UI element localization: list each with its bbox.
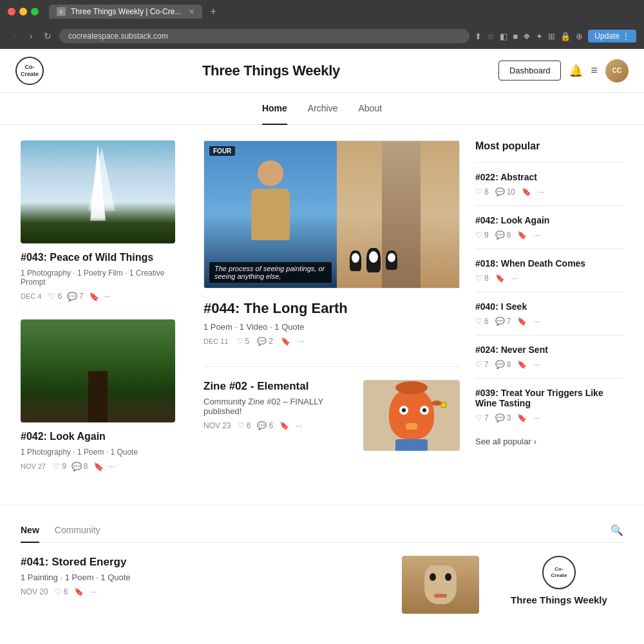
post-2-comment[interactable]: 💬 8 — [71, 462, 88, 471]
search-button[interactable]: 🔍 — [611, 524, 623, 536]
popular-item-2-title[interactable]: #042: Look Again — [475, 215, 623, 225]
nav-about[interactable]: About — [359, 93, 383, 125]
post-2-more[interactable]: ··· — [109, 462, 115, 471]
maximize-window-button[interactable] — [31, 8, 39, 15]
post-2-title[interactable]: #042: Look Again — [21, 430, 188, 444]
featured-comment[interactable]: 💬 2 — [257, 337, 273, 346]
minimize-window-button[interactable] — [19, 8, 27, 15]
featured-more[interactable]: ··· — [298, 337, 305, 346]
tab-close-button[interactable]: ✕ — [189, 8, 194, 16]
extension-icon-1[interactable]: ◧ — [500, 32, 507, 41]
pop-4-bookmark[interactable]: 🔖 — [517, 317, 527, 326]
extension-icon-6[interactable]: 🔒 — [560, 32, 571, 41]
pop-6-comment[interactable]: 💬 3 — [495, 413, 511, 422]
update-button[interactable]: Update ⋮ — [588, 30, 636, 43]
pop-1-more[interactable]: ··· — [538, 187, 544, 196]
popular-item-5-title[interactable]: #024: Never Sent — [475, 345, 623, 355]
bottom-post-subtitle: 1 Painting · 1 Poem · 1 Quote — [21, 573, 386, 582]
pop-6-more[interactable]: ··· — [533, 413, 540, 422]
post-2-image[interactable] — [21, 319, 175, 422]
pop-1-like[interactable]: ♡ 8 — [475, 187, 489, 196]
pop-2-comment[interactable]: 💬 8 — [495, 231, 511, 240]
featured-bookmark[interactable]: 🔖 — [281, 337, 290, 346]
bottom-more[interactable]: ··· — [90, 587, 97, 596]
popular-item-6-title[interactable]: #039: Treat Your Triggers Like Wine Tast… — [475, 388, 623, 408]
extension-icon-4[interactable]: ✦ — [536, 32, 543, 41]
pop-4-more[interactable]: ··· — [533, 317, 540, 326]
post-1-more[interactable]: ··· — [104, 292, 111, 301]
bottom-bookmark[interactable]: 🔖 — [74, 587, 84, 596]
post-1-image[interactable] — [21, 140, 175, 243]
dashboard-button[interactable]: Dashboard — [498, 61, 562, 80]
zine-like[interactable]: ♡ 6 — [238, 421, 251, 430]
pop-2-like[interactable]: ♡ 9 — [475, 231, 489, 240]
forward-button[interactable]: › — [24, 31, 37, 41]
pop-3-bookmark[interactable]: 🔖 — [495, 274, 505, 283]
new-tab-button[interactable]: + — [210, 6, 216, 17]
nav-archive[interactable]: Archive — [308, 93, 338, 125]
see-all-popular-link[interactable]: See all popular › — [475, 437, 623, 446]
post-1-bookmark[interactable]: 🔖 — [89, 292, 99, 301]
popular-item-4-title[interactable]: #040: I Seek — [475, 301, 623, 312]
post-1-title[interactable]: #043: Peace of Wild Things — [21, 251, 188, 265]
featured-image[interactable]: FOUR The process of seeing paintings, or… — [204, 140, 460, 289]
pop-5-comment[interactable]: 💬 8 — [495, 360, 511, 369]
pop-3-like[interactable]: ♡ 8 — [475, 274, 489, 283]
browser-tab[interactable]: S Three Things Weekly | Co-Cre... ✕ — [49, 5, 202, 19]
pop-6-like[interactable]: ♡ 7 — [475, 413, 489, 422]
extension-icon-3[interactable]: ❖ — [523, 32, 531, 41]
post-1-comment[interactable]: 💬 7 — [67, 292, 84, 301]
pop-5-more[interactable]: ··· — [533, 360, 540, 369]
tab-community[interactable]: Community — [55, 518, 100, 543]
bookmark-icon[interactable]: ☆ — [487, 32, 495, 41]
bottom-post-image[interactable] — [402, 556, 479, 614]
tab-new[interactable]: New — [21, 518, 39, 543]
featured-post-title[interactable]: #044: The Long Earth — [204, 300, 460, 317]
extension-icon-5[interactable]: ⊞ — [548, 32, 555, 41]
zine-more[interactable]: ··· — [296, 421, 302, 430]
post-2-like[interactable]: ♡ 9 — [52, 462, 66, 471]
zine-image[interactable] — [363, 380, 460, 451]
pop-1-bookmark[interactable]: 🔖 — [522, 187, 531, 196]
zine-comment[interactable]: 💬 6 — [257, 421, 273, 430]
zine-card: Zine #02 - Elemental Community Zine #02 … — [204, 366, 460, 451]
popular-item-1-title[interactable]: #022: Abstract — [475, 172, 623, 182]
video-channel-label: FOUR — [209, 146, 235, 156]
extension-icon-7[interactable]: ⊕ — [576, 32, 583, 41]
bottom-post-title[interactable]: #041: Stored Energy — [21, 556, 386, 569]
featured-like[interactable]: ♡ 5 — [236, 337, 250, 346]
extension-icon-2[interactable]: ■ — [513, 32, 518, 41]
hamburger-icon[interactable]: ≡ — [591, 64, 598, 77]
close-window-button[interactable] — [8, 8, 15, 15]
post-2-bookmark[interactable]: 🔖 — [93, 462, 104, 471]
popular-item-3-title[interactable]: #018: When Death Comes — [475, 258, 623, 269]
popular-item-3: #018: When Death Comes ♡ 8 🔖 ··· — [475, 249, 623, 292]
pop-4-like[interactable]: ♡ 6 — [475, 317, 489, 326]
pop-6-bookmark[interactable]: 🔖 — [517, 413, 527, 422]
pop-5-like[interactable]: ♡ 7 — [475, 360, 489, 369]
profile-avatar[interactable]: CC — [605, 59, 629, 82]
video-left-panel: FOUR The process of seeing paintings, or… — [204, 141, 337, 288]
back-button[interactable]: ‹ — [8, 31, 21, 41]
zine-title[interactable]: Zine #02 - Elemental — [204, 380, 353, 393]
popular-item-6: #039: Treat Your Triggers Like Wine Tast… — [475, 378, 623, 431]
featured-post-subtitle: 1 Poem · 1 Video · 1 Quote — [204, 322, 460, 332]
bottom-site-logo[interactable]: Co-Create — [542, 556, 576, 589]
toolbar-icons: ⬆ ☆ ◧ ■ ❖ ✦ ⊞ 🔒 ⊕ Update ⋮ — [475, 30, 636, 43]
pop-3-more[interactable]: ··· — [511, 274, 518, 283]
address-bar[interactable]: cocreatespace.substack.com — [59, 29, 469, 43]
refresh-button[interactable]: ↻ — [41, 31, 54, 41]
pop-2-more[interactable]: ··· — [533, 231, 540, 240]
site-logo[interactable]: Co-Create — [15, 57, 44, 85]
zine-bookmark[interactable]: 🔖 — [279, 421, 289, 430]
pop-2-bookmark[interactable]: 🔖 — [517, 231, 527, 240]
pop-1-comment[interactable]: 💬 10 — [495, 187, 515, 196]
bottom-like[interactable]: ♡ 6 — [55, 587, 68, 596]
bell-icon[interactable]: 🔔 — [569, 64, 583, 78]
post-1-like[interactable]: ♡ 6 — [48, 292, 62, 301]
share-icon[interactable]: ⬆ — [475, 32, 482, 41]
pop-5-bookmark[interactable]: 🔖 — [517, 360, 527, 369]
more-icon-2: ··· — [109, 462, 115, 471]
nav-home[interactable]: Home — [262, 93, 287, 125]
pop-4-comment[interactable]: 💬 7 — [495, 317, 511, 326]
